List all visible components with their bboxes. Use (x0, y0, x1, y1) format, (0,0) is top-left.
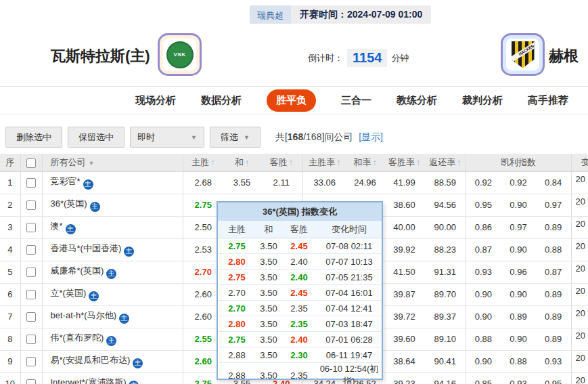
return-rate: 94.56 (425, 194, 466, 216)
kelly-values: 0.850.930.95 (466, 379, 571, 384)
row-checkbox[interactable] (26, 335, 36, 344)
col-company[interactable]: 所有公司▼ (42, 154, 183, 171)
tab-2[interactable]: 数据分析 (201, 94, 242, 107)
kelly-1: 0.90 (475, 356, 492, 366)
tab-1[interactable]: 现场分析 (135, 94, 176, 107)
company-name[interactable]: 伟*(直布罗陀) (51, 333, 104, 343)
row-checkbox[interactable] (26, 245, 36, 255)
time-filter-value: 即时 (137, 131, 155, 144)
tab-7[interactable]: 高手推荐 (528, 94, 568, 107)
home-team-name: 瓦斯特拉斯(主) (51, 46, 150, 66)
company-name[interactable]: 立*(英国) (51, 288, 87, 298)
row-checkbox[interactable] (26, 178, 36, 188)
col-away-rate[interactable]: 客胜率↑ (384, 154, 425, 171)
col-kelly: 凯利指数 (466, 154, 571, 171)
company-cell: Interwet*(塞浦路斯)主 (42, 372, 183, 384)
row-checkbox[interactable] (26, 290, 36, 299)
delete-selected-button[interactable]: 删除选中 (5, 127, 62, 148)
row-index: 9 (0, 350, 20, 372)
select-all-checkbox[interactable] (26, 158, 36, 168)
kelly-3: 0.97 (545, 200, 562, 210)
away-rate: 40.00 (384, 216, 425, 238)
kelly-values: 0.860.970.89 (466, 222, 571, 232)
row-checkbox[interactable] (26, 379, 36, 384)
row-checkbox-cell (20, 305, 42, 328)
tab-6[interactable]: 裁判分析 (462, 94, 503, 107)
change-cell: 20 (571, 350, 588, 372)
col-draw-rate[interactable]: 和率↑ (346, 154, 384, 171)
company-name[interactable]: 36*(英国) (51, 198, 87, 209)
home-emblem-icon: VSK (166, 41, 194, 68)
company-cell: 易*(安提瓜和巴布达)主 (42, 350, 183, 372)
table-header-row: 序 所有公司▼ 主胜↑ 和↑ 客胜↑ 主胜率↑ 和率↑ 客胜率↑ 返还率↑ 凯利… (0, 154, 588, 171)
change-cell: 20 (571, 283, 588, 305)
company-cell: bet-at-h*(马尔他)主 (42, 305, 183, 328)
popup-away-odds: 2.45 (281, 288, 317, 298)
company-name[interactable]: bet-at-h*(马尔他) (51, 310, 117, 320)
popup-home-odds: 2.75 (218, 272, 256, 282)
league-badge[interactable]: 瑞典超 (250, 5, 291, 24)
time-filter-select[interactable]: 即时 ▼ (130, 127, 204, 148)
draw-odds[interactable]: 3.55 (223, 171, 261, 194)
main-badge-icon: 主 (106, 336, 116, 346)
company-name[interactable]: 澳* (51, 221, 63, 231)
select-all-cell (20, 154, 42, 171)
sort-asc-icon: ↑ (373, 158, 377, 167)
popup-history-row: 2.703.502.3507-04 12:41 (218, 301, 382, 316)
company-name[interactable]: 易*(安提瓜和巴布达) (51, 355, 131, 365)
popup-home-odds: 2.70 (218, 288, 256, 298)
row-checkbox[interactable] (26, 200, 36, 210)
row-checkbox-cell (20, 216, 42, 238)
popup-change-time: 07-03 18:47 (317, 319, 382, 329)
popup-draw-odds: 3.50 (256, 370, 281, 381)
kelly-2: 0.90 (510, 200, 526, 210)
count-prefix: 共[ (275, 131, 288, 142)
tab-5[interactable]: 教练分析 (397, 94, 437, 107)
company-name[interactable]: 竞彩官* (51, 176, 81, 186)
home-odds[interactable]: 2.68 (183, 171, 223, 194)
popup-change-time: 07-08 02:11 (317, 241, 382, 251)
popup-away-odds: 2.45 (281, 241, 317, 251)
popup-away-odds: 2.40 (281, 257, 317, 267)
col-return-rate[interactable]: 返还率↑ (425, 154, 466, 171)
filter-button[interactable]: 筛选 ▼ (210, 127, 261, 148)
col-home-rate[interactable]: 主胜率↑ (302, 154, 346, 171)
tab-3[interactable]: 胜平负 (267, 89, 316, 112)
row-checkbox-cell (20, 372, 42, 384)
popup-change-time: 07-04 12:41 (317, 303, 382, 314)
kelly-values: 0.900.890.89 (466, 312, 571, 322)
change-cell: 20 (571, 305, 588, 328)
away-rate: 39.23 (384, 372, 425, 384)
popup-body: 2.753.502.4507-08 02:112.803.502.4007-07… (218, 238, 382, 379)
company-cell: 竞彩官*主 (42, 171, 183, 194)
popup-draw-odds: 3.50 (256, 335, 281, 345)
popup-change-time: 07-01 06:28 (317, 335, 382, 345)
row-checkbox[interactable] (26, 357, 36, 366)
show-link[interactable]: [显示] (359, 131, 383, 142)
row-checkbox[interactable] (26, 268, 36, 277)
sort-asc-icon: ↑ (336, 158, 340, 167)
col-away-odds[interactable]: 客胜↑ (261, 154, 302, 171)
keep-selected-button[interactable]: 保留选中 (68, 127, 125, 148)
kelly-1: 0.95 (475, 200, 492, 210)
col-home-odds[interactable]: 主胜↑ (183, 154, 223, 171)
odds-comparison-page: 瑞典超 开赛时间：2024-07-09 01:00 瓦斯特拉斯(主) VSK 倒… (0, 0, 588, 384)
company-name[interactable]: 威廉希*(英国) (51, 265, 104, 276)
row-index: 2 (0, 194, 20, 216)
tab-4[interactable]: 三合一 (341, 94, 371, 107)
row-checkbox[interactable] (26, 223, 36, 232)
col-home-label: 主胜 (191, 157, 209, 167)
sort-asc-icon: ↑ (289, 158, 293, 167)
popup-history-row: 2.753.502.4507-08 02:11 (218, 238, 382, 254)
change-cell: 20 (571, 328, 588, 350)
away-odds[interactable]: 2.11 (261, 171, 302, 194)
col-draw-odds[interactable]: 和↑ (223, 154, 261, 171)
company-name[interactable]: 香港马*(中国香港) (51, 243, 122, 253)
sort-asc-icon: ↑ (457, 158, 461, 167)
row-checkbox-cell (20, 261, 42, 283)
col-home-rate-label: 主胜率 (309, 157, 335, 167)
row-checkbox-cell (20, 283, 42, 305)
row-checkbox[interactable] (26, 312, 36, 322)
popup-change-time: 07-07 10:13 (317, 257, 382, 267)
company-name[interactable]: Interwet*(塞浦路斯) (51, 377, 127, 384)
